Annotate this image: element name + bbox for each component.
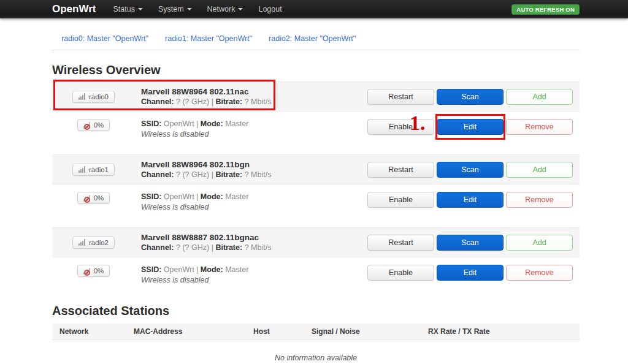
column-header-signal-noise: Signal / Noise	[312, 327, 428, 336]
radio-section-radio2: radio2 Marvell 88W8887 802.11bgnac Chann…	[52, 227, 580, 297]
remove-button[interactable]: Remove	[506, 192, 573, 208]
device-buttons: Restart Scan Add	[367, 162, 580, 178]
ssid-buttons: Enable Edit Remove	[367, 192, 580, 208]
tab-radio2[interactable]: radio2: Master "OpenWrt"	[269, 34, 356, 43]
device-row-radio2: radio2 Marvell 88W8887 802.11bgnac Chann…	[52, 227, 580, 257]
mode-value: Master	[225, 192, 248, 201]
ssid-line: SSID: OpenWrt | Mode: Master	[141, 265, 367, 275]
enable-button[interactable]: Enable	[367, 119, 434, 135]
ssid-label: SSID:	[141, 192, 161, 201]
nav-item-logout[interactable]: Logout	[258, 5, 281, 13]
wifi-disabled-icon	[83, 122, 90, 129]
mode-label: Mode:	[201, 265, 223, 274]
separator: |	[196, 119, 198, 128]
stations-table-header: Network MAC-Address Host Signal / Noise …	[52, 324, 580, 340]
chevron-down-icon	[138, 8, 143, 10]
ssid-row-radio2: 0% SSID: OpenWrt | Mode: Master Wireless…	[52, 257, 580, 297]
signal-strength-badge: 0%	[77, 119, 110, 131]
radio-badge-label: radio2	[89, 239, 109, 246]
no-information-note: No information available	[52, 354, 580, 362]
channel-value: ? (? GHz)	[176, 170, 209, 179]
edit-button[interactable]: Edit	[437, 119, 504, 135]
signal-percent: 0%	[94, 267, 104, 275]
nav-item-label: Network	[207, 5, 236, 13]
bitrate-label: Bitrate:	[215, 243, 242, 252]
signal-badge-cell: 0%	[52, 192, 135, 204]
device-badge-cell: radio2	[52, 237, 135, 249]
nav-item-label: System	[158, 5, 184, 13]
tab-radio1[interactable]: radio1: Master "OpenWrt"	[165, 34, 252, 43]
bitrate-value: ? Mbit/s	[245, 97, 272, 106]
nav-item-status[interactable]: Status	[113, 5, 142, 13]
wireless-disabled-note: Wireless is disabled	[141, 129, 367, 139]
column-header-mac-address: MAC-Address	[134, 327, 253, 336]
mode-label: Mode:	[201, 119, 223, 128]
scan-button[interactable]: Scan	[437, 89, 504, 105]
column-header-rx-tx-rate: RX Rate / TX Rate	[428, 327, 580, 336]
restart-button[interactable]: Restart	[367, 162, 434, 178]
device-subtitle: Channel: ? (? GHz) | Bitrate: ? Mbit/s	[141, 243, 367, 252]
signal-strength-badge: 0%	[77, 192, 110, 204]
separator: |	[212, 243, 213, 252]
device-info: Marvell 88W8887 802.11bgnac Channel: ? (…	[135, 233, 367, 252]
separator: |	[196, 265, 198, 274]
column-header-host: Host	[253, 327, 312, 336]
edit-button[interactable]: Edit	[437, 192, 504, 208]
mode-label: Mode:	[201, 192, 223, 201]
scan-button[interactable]: Scan	[437, 235, 504, 251]
signal-percent: 0%	[94, 121, 104, 129]
ssid-value: OpenWrt	[164, 119, 194, 128]
enable-button[interactable]: Enable	[367, 265, 434, 281]
device-row-radio1: radio1 Marvell 88W8964 802.11bgn Channel…	[52, 154, 580, 184]
add-button[interactable]: Add	[506, 235, 573, 251]
device-buttons: Restart Scan Add	[367, 89, 580, 105]
ssid-label: SSID:	[141, 119, 161, 128]
channel-value: ? (? GHz)	[176, 97, 209, 106]
signal-strength-badge: 0%	[77, 265, 110, 277]
nav-item-network[interactable]: Network	[207, 5, 243, 13]
ssid-value: OpenWrt	[164, 192, 194, 201]
radio-badge-label: radio0	[89, 93, 109, 100]
column-header-network: Network	[52, 327, 134, 336]
remove-button[interactable]: Remove	[506, 265, 573, 281]
wifi-signal-icon	[78, 166, 85, 173]
remove-button[interactable]: Remove	[506, 119, 573, 135]
device-subtitle: Channel: ? (? GHz) | Bitrate: ? Mbit/s	[141, 170, 367, 180]
device-info: Marvell 88W8964 802.11nac Channel: ? (? …	[135, 87, 367, 107]
auto-refresh-badge[interactable]: AUTO REFRESH ON	[511, 4, 580, 15]
chevron-down-icon	[187, 8, 192, 10]
radio-tabs: radio0: Master "OpenWrt" radio1: Master …	[52, 18, 580, 50]
scan-button[interactable]: Scan	[437, 162, 504, 178]
nav-item-system[interactable]: System	[158, 5, 192, 13]
mode-value: Master	[225, 265, 248, 274]
signal-percent: 0%	[94, 194, 104, 202]
bitrate-label: Bitrate:	[215, 170, 242, 179]
signal-badge-cell: 0%	[52, 119, 135, 131]
page-content: radio0: Master "OpenWrt" radio1: Master …	[52, 18, 580, 362]
associated-stations-title: Associated Stations	[52, 304, 580, 318]
channel-label: Channel:	[141, 243, 174, 252]
no-sign-icon	[84, 197, 90, 203]
wireless-disabled-note: Wireless is disabled	[141, 202, 367, 212]
restart-button[interactable]: Restart	[367, 89, 434, 105]
enable-button[interactable]: Enable	[367, 192, 434, 208]
chevron-down-icon	[238, 8, 243, 10]
ssid-buttons: Enable Edit Remove	[367, 265, 580, 281]
brand-logo[interactable]: OpenWrt	[52, 3, 96, 15]
radio-badge: radio2	[72, 237, 115, 249]
separator: |	[212, 170, 213, 179]
device-badge-cell: radio0	[52, 91, 135, 103]
tab-radio0[interactable]: radio0: Master "OpenWrt"	[61, 34, 148, 43]
edit-button[interactable]: Edit	[437, 265, 504, 281]
wifi-signal-icon	[78, 93, 85, 100]
channel-label: Channel:	[141, 170, 174, 179]
ssid-line: SSID: OpenWrt | Mode: Master	[141, 192, 367, 202]
restart-button[interactable]: Restart	[367, 235, 434, 251]
add-button[interactable]: Add	[506, 89, 573, 105]
ssid-line: SSID: OpenWrt | Mode: Master	[141, 119, 367, 129]
ssid-info: SSID: OpenWrt | Mode: Master Wireless is…	[135, 192, 367, 212]
add-button[interactable]: Add	[506, 162, 573, 178]
device-title: Marvell 88W8964 802.11bgn	[141, 160, 367, 170]
wireless-disabled-note: Wireless is disabled	[141, 275, 367, 285]
ssid-buttons: Enable Edit Remove	[367, 119, 580, 135]
